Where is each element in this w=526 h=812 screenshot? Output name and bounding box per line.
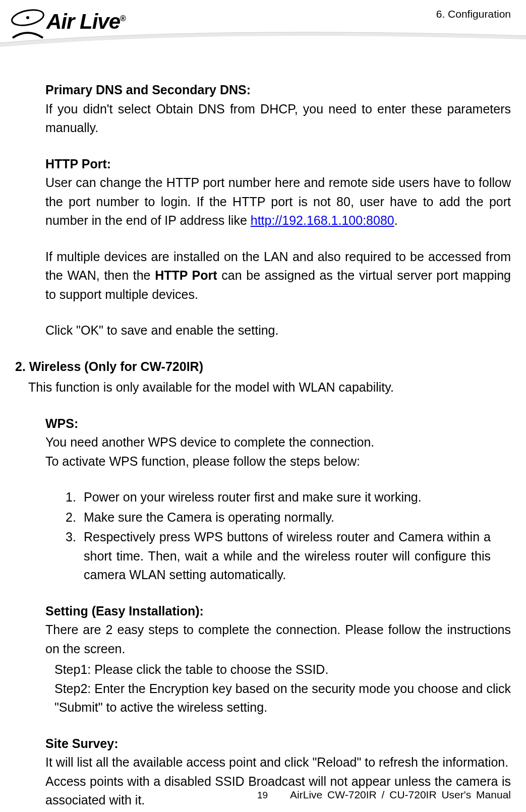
- survey-title: Site Survey:: [45, 734, 511, 754]
- setting-intro: There are 2 easy steps to complete the c…: [45, 620, 511, 658]
- wps-title: WPS:: [45, 414, 511, 433]
- wps-step-3: 3. Respectively press WPS buttons of wir…: [66, 528, 491, 585]
- http-port-p1: User can change the HTTP port number her…: [45, 173, 511, 230]
- setting-section: Setting (Easy Installation): There are 2…: [45, 602, 511, 659]
- page-footer: 19 AirLive CW-720IR / CU-720IR User's Ma…: [0, 789, 511, 801]
- wireless-heading: 2. Wireless (Only for CW-720IR): [15, 357, 511, 377]
- chapter-label: 6. Configuration: [436, 8, 511, 20]
- setting-title: Setting (Easy Installation):: [45, 602, 511, 621]
- http-port-p2: If multiple devices are installed on the…: [45, 247, 511, 304]
- http-p2-bold: HTTP Port: [155, 268, 217, 282]
- wps-step-2: 2. Make sure the Camera is operating nor…: [66, 508, 491, 527]
- header-divider-icon: [0, 25, 526, 50]
- dns-section: Primary DNS and Secondary DNS: If you di…: [45, 81, 511, 138]
- page-content: Primary DNS and Secondary DNS: If you di…: [0, 60, 526, 810]
- http-port-p3-block: Click "OK" to save and enable the settin…: [45, 321, 511, 340]
- wps-line1: You need another WPS device to complete …: [45, 433, 511, 452]
- page-header: Air Live® 6. Configuration: [0, 0, 526, 60]
- step-text-3: Respectively press WPS buttons of wirele…: [84, 528, 491, 585]
- http-port-p2-block: If multiple devices are installed on the…: [45, 247, 511, 304]
- wps-steps: 1. Power on your wireless router first a…: [66, 488, 491, 585]
- http-port-section: HTTP Port: User can change the HTTP port…: [45, 155, 511, 230]
- wps-line2: To activate WPS function, please follow …: [45, 452, 511, 471]
- setting-step2: Step2: Enter the Encryption key based on…: [54, 679, 511, 717]
- http-port-title: HTTP Port:: [45, 155, 511, 174]
- wps-step-1: 1. Power on your wireless router first a…: [66, 488, 491, 507]
- svg-point-1: [26, 16, 29, 19]
- step-num-2: 2.: [66, 508, 84, 527]
- http-port-p3: Click "OK" to save and enable the settin…: [45, 321, 511, 340]
- step-num-3: 3.: [66, 528, 84, 585]
- wireless-intro: This function is only available for the …: [28, 378, 511, 397]
- survey-line1: It will list all the available access po…: [45, 753, 511, 772]
- setting-step1: Step1: Please click the table to choose …: [54, 660, 511, 679]
- setting-steps: Step1: Please click the table to choose …: [54, 660, 511, 717]
- dns-body: If you didn't select Obtain DNS from DHC…: [45, 100, 511, 138]
- step-num-1: 1.: [66, 488, 84, 507]
- page-number: 19: [257, 790, 268, 801]
- http-example-link[interactable]: http://192.168.1.100:8080: [251, 213, 394, 227]
- wireless-section: 2. Wireless (Only for CW-720IR) This fun…: [15, 357, 511, 397]
- step-text-2: Make sure the Camera is operating normal…: [84, 508, 334, 527]
- dns-title: Primary DNS and Secondary DNS:: [45, 81, 511, 100]
- http-p1-post: .: [394, 213, 398, 227]
- step-text-1: Power on your wireless router first and …: [84, 488, 422, 507]
- manual-title: AirLive CW-720IR / CU-720IR User's Manua…: [290, 789, 511, 801]
- wps-section: WPS: You need another WPS device to comp…: [45, 414, 511, 471]
